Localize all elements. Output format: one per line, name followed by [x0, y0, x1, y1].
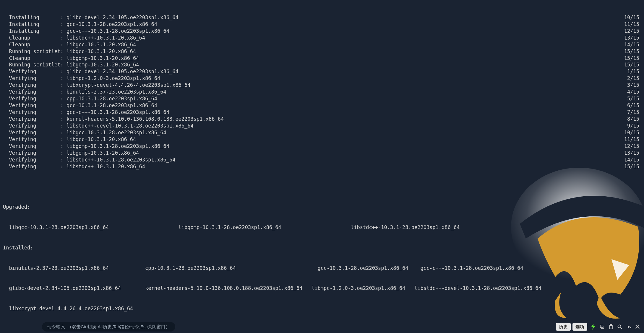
output-line: Verifying : libgomp-10.3.1-20.x86_6413/1…: [3, 150, 641, 156]
output-line: Verifying : libxcrypt-devel-4.4.26-4.oe2…: [3, 82, 641, 89]
progress-count: 12/15: [624, 28, 641, 35]
output-line: Verifying : libstdc++-10.3.1-28.oe2203sp…: [3, 156, 641, 163]
upgraded-label: Upgraded:: [3, 204, 641, 210]
output-line: Verifying : libgcc-10.3.1-28.oe2203sp1.x…: [3, 129, 641, 136]
upgraded-packages: libgcc-10.3.1-28.oe2203sp1.x86_64 libgom…: [3, 224, 641, 231]
progress-count: 10/15: [624, 14, 641, 21]
output-line: Verifying : binutils-2.37-23.oe2203sp1.x…: [3, 89, 641, 95]
output-text: Installing : gcc-10.3.1-28.oe2203sp1.x86…: [3, 21, 157, 28]
progress-count: 13/15: [624, 35, 641, 41]
output-text: Running scriptlet: libgomp-10.3.1-20.x86…: [3, 61, 139, 68]
progress-count: 3/15: [627, 82, 641, 89]
output-text: Verifying : kernel-headers-5.10.0-136.10…: [3, 116, 224, 123]
close-icon[interactable]: [635, 324, 640, 330]
output-line: Verifying : gcc-10.3.1-28.oe2203sp1.x86_…: [3, 102, 641, 109]
command-input[interactable]: 命令输入 （双击Ctrl切换,Alt历史,Tab路径/命令,Esc关闭窗口）: [42, 322, 175, 332]
bottom-toolbar: 命令输入 （双击Ctrl切换,Alt历史,Tab路径/命令,Esc关闭窗口） 历…: [0, 321, 644, 333]
progress-count: 4/15: [627, 89, 641, 95]
svg-rect-4: [610, 324, 612, 326]
svg-line-6: [621, 328, 622, 329]
installed-packages-row: binutils-2.37-23.oe2203sp1.x86_64 cpp-10…: [3, 265, 641, 272]
output-text: Verifying : cpp-10.3.1-28.oe2203sp1.x86_…: [3, 95, 157, 102]
progress-count: 5/15: [627, 95, 641, 102]
output-line: Cleanup : libstdc++-10.3.1-20.x86_6413/1…: [3, 35, 641, 41]
progress-count: 10/15: [624, 129, 641, 136]
svg-rect-1: [600, 325, 603, 328]
output-text: Verifying : libgcc-10.3.1-20.x86_64: [3, 136, 136, 143]
progress-count: 1/15: [627, 68, 641, 75]
output-text: Cleanup : libstdc++-10.3.1-20.x86_64: [3, 35, 145, 41]
output-text: Verifying : gcc-10.3.1-28.oe2203sp1.x86_…: [3, 102, 157, 109]
output-line: Cleanup : libgcc-10.3.1-20.x86_6414/15: [3, 41, 641, 48]
output-line: Verifying : libmpc-1.2.0-3.oe2203sp1.x86…: [3, 75, 641, 82]
output-line: Verifying : libstdc++-10.3.1-20.x86_6415…: [3, 163, 641, 170]
progress-count: 11/15: [624, 21, 641, 28]
output-text: Verifying : libxcrypt-devel-4.4.26-4.oe2…: [3, 82, 191, 89]
progress-count: 14/15: [624, 41, 641, 48]
command-input-hint: （双击Ctrl切换,Alt历史,Tab路径/命令,Esc关闭窗口）: [67, 324, 170, 330]
output-line: Verifying : gcc-c++-10.3.1-28.oe2203sp1.…: [3, 109, 641, 116]
progress-count: 13/15: [624, 150, 641, 156]
output-line: Verifying : glibc-devel-2.34-105.oe2203s…: [3, 68, 641, 75]
output-text: Cleanup : libgomp-10.3.1-20.x86_64: [3, 55, 139, 62]
output-text: Verifying : libstdc++-10.3.1-20.x86_64: [3, 163, 145, 170]
output-line: Verifying : cpp-10.3.1-28.oe2203sp1.x86_…: [3, 95, 641, 102]
output-line: Running scriptlet: libgomp-10.3.1-20.x86…: [3, 61, 641, 68]
output-text: Verifying : libstdc++-devel-10.3.1-28.oe…: [3, 123, 194, 129]
terminal-output[interactable]: Installing : glibc-devel-2.34-105.oe2203…: [0, 0, 644, 333]
output-line: Cleanup : libgomp-10.3.1-20.x86_6415/15: [3, 55, 641, 62]
installed-packages-row: libxcrypt-devel-4.4.26-4.oe2203sp1.x86_6…: [3, 305, 641, 312]
output-text: Verifying : libgomp-10.3.1-20.x86_64: [3, 150, 139, 156]
output-line: Running scriptlet: libgcc-10.3.1-20.x86_…: [3, 48, 641, 55]
output-line: Installing : gcc-10.3.1-28.oe2203sp1.x86…: [3, 21, 641, 28]
output-text: Verifying : glibc-devel-2.34-105.oe2203s…: [3, 68, 179, 75]
output-line: Verifying : libgcc-10.3.1-20.x86_6411/15: [3, 136, 641, 143]
output-line: Verifying : libstdc++-devel-10.3.1-28.oe…: [3, 123, 641, 129]
paste-icon[interactable]: [608, 324, 614, 330]
progress-count: 15/15: [624, 55, 641, 62]
output-line: Verifying : kernel-headers-5.10.0-136.10…: [3, 116, 641, 123]
output-text: Running scriptlet: libgcc-10.3.1-20.x86_…: [3, 48, 136, 55]
progress-count: 9/15: [627, 123, 641, 129]
output-text: Verifying : libgomp-10.3.1-28.oe2203sp1.…: [3, 143, 169, 150]
output-text: Verifying : libmpc-1.2.0-3.oe2203sp1.x86…: [3, 75, 160, 82]
installed-label: Installed:: [3, 244, 641, 251]
progress-count: 8/15: [627, 116, 641, 123]
output-text: Installing : glibc-devel-2.34-105.oe2203…: [3, 14, 179, 21]
progress-count: 11/15: [624, 136, 641, 143]
progress-count: 12/15: [624, 143, 641, 150]
progress-count: 2/15: [627, 75, 641, 82]
command-input-label: 命令输入: [47, 324, 65, 330]
output-text: Verifying : libstdc++-10.3.1-28.oe2203sp…: [3, 156, 175, 163]
output-line: Installing : gcc-c++-10.3.1-28.oe2203sp1…: [3, 28, 641, 35]
history-button[interactable]: 历史: [556, 323, 571, 331]
installed-packages-row: glibc-devel-2.34-105.oe2203sp1.x86_64 ke…: [3, 285, 641, 292]
progress-count: 7/15: [627, 109, 641, 116]
progress-count: 15/15: [624, 48, 641, 55]
progress-count: 15/15: [624, 163, 641, 170]
search-icon[interactable]: [617, 324, 623, 330]
progress-count: 15/15: [624, 61, 641, 68]
output-text: Installing : gcc-c++-10.3.1-28.oe2203sp1…: [3, 28, 169, 35]
copy-icon[interactable]: [599, 324, 605, 330]
svg-point-5: [618, 325, 621, 328]
output-line: Verifying : libgomp-10.3.1-28.oe2203sp1.…: [3, 143, 641, 150]
options-button[interactable]: 选项: [572, 323, 587, 331]
output-text: Verifying : libgcc-10.3.1-28.oe2203sp1.x…: [3, 129, 166, 136]
progress-count: 6/15: [627, 102, 641, 109]
gear-icon[interactable]: [626, 324, 632, 330]
progress-count: 14/15: [624, 156, 641, 163]
bolt-icon[interactable]: [590, 324, 596, 330]
output-text: Cleanup : libgcc-10.3.1-20.x86_64: [3, 41, 136, 48]
output-text: Verifying : binutils-2.37-23.oe2203sp1.x…: [3, 89, 166, 95]
output-line: Installing : glibc-devel-2.34-105.oe2203…: [3, 14, 641, 21]
svg-rect-2: [601, 326, 604, 329]
output-text: Verifying : gcc-c++-10.3.1-28.oe2203sp1.…: [3, 109, 169, 116]
